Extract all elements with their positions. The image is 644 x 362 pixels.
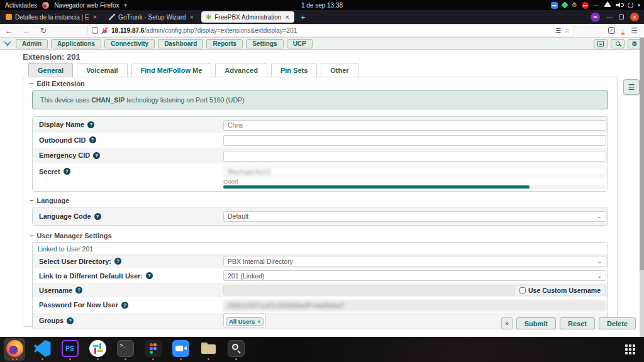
page-scrollbar[interactable] xyxy=(640,38,644,337)
section-language[interactable]: −Language xyxy=(30,197,617,204)
tab-close-icon[interactable]: × xyxy=(284,13,289,21)
display-name-input[interactable] xyxy=(223,120,606,131)
submit-button[interactable]: Submit xyxy=(516,317,556,329)
nav-dashboard[interactable]: Dashboard xyxy=(158,39,203,48)
tag-remove-icon[interactable]: × xyxy=(257,319,260,325)
app-indicator-icon[interactable] xyxy=(551,2,558,9)
system-menu-chevron-icon[interactable]: ▾ xyxy=(638,3,640,8)
tab-other[interactable]: Other xyxy=(321,63,358,77)
scrollbar-thumb[interactable] xyxy=(640,38,644,270)
status-indicator-icon[interactable] xyxy=(561,1,568,8)
tab-freepbx[interactable]: ✻ FreePBX Administration × xyxy=(201,11,294,23)
reset-button[interactable]: Reset xyxy=(560,317,595,329)
emergency-cid-input[interactable] xyxy=(223,151,606,162)
use-custom-username-checkbox[interactable] xyxy=(519,287,526,293)
help-icon[interactable]: ? xyxy=(89,136,96,143)
insecure-lock-icon[interactable] xyxy=(101,27,108,34)
downloads-icon[interactable]: ↓ xyxy=(621,27,625,35)
slack-icon xyxy=(89,340,106,357)
dock-item-figma[interactable] xyxy=(142,338,164,361)
collapse-icon[interactable]: − xyxy=(30,232,33,239)
tab-close-icon[interactable]: × xyxy=(189,13,194,21)
tab-pin-sets[interactable]: Pin Sets xyxy=(271,63,317,77)
bookmark-star-icon[interactable]: ☆ xyxy=(564,27,570,34)
tab-advanced[interactable]: Advanced xyxy=(215,63,267,77)
link-default-user-select[interactable]: 201 (Linked)⌄ xyxy=(223,270,606,281)
power-icon[interactable] xyxy=(628,3,633,8)
select-value: Default xyxy=(228,212,248,220)
show-applications-button[interactable] xyxy=(625,344,635,354)
section-user-manager[interactable]: −User Manager Settings xyxy=(30,232,617,239)
volume-icon[interactable] xyxy=(616,2,623,8)
collapse-icon[interactable]: − xyxy=(30,197,33,204)
user-directory-select[interactable]: PBX Internal Directory⌄ xyxy=(223,256,606,266)
freepbx-logo-icon[interactable] xyxy=(3,40,13,48)
wifi-icon[interactable] xyxy=(604,1,611,7)
help-icon[interactable]: ? xyxy=(87,121,94,128)
nav-settings[interactable]: Settings xyxy=(246,39,283,48)
nav-connectivity[interactable]: Connectivity xyxy=(104,39,155,48)
tab-aws-console[interactable]: Detalles de la instancia | E × xyxy=(1,11,102,23)
nav-reports[interactable]: Reports xyxy=(206,39,243,48)
help-icon[interactable]: ? xyxy=(67,317,74,324)
help-icon[interactable]: ? xyxy=(94,213,101,220)
url-bar[interactable]: 18.119.87.6/admin/config.php?display=ext… xyxy=(88,25,574,36)
dock-item-terminal[interactable]: >_ xyxy=(114,338,136,361)
activities-button[interactable]: Actividades xyxy=(5,2,37,9)
language-icon xyxy=(597,41,604,47)
groups-input[interactable]: All Users× xyxy=(223,313,266,327)
outbound-cid-input[interactable] xyxy=(223,135,606,146)
section-edit-extension[interactable]: −Edit Extension xyxy=(30,80,617,87)
help-icon[interactable]: ? xyxy=(121,302,128,309)
help-icon[interactable]: ? xyxy=(146,272,153,279)
collapse-icon[interactable]: − xyxy=(30,80,33,87)
help-icon[interactable]: ? xyxy=(75,287,82,293)
extension-badge-icon[interactable]: ∞ xyxy=(591,13,600,22)
forward-button[interactable]: → xyxy=(18,26,35,35)
new-user-password-input[interactable] xyxy=(223,300,606,311)
dock-item-screenshot[interactable] xyxy=(225,338,247,361)
language-button[interactable] xyxy=(594,39,608,48)
window-minimize-button[interactable]: — xyxy=(606,14,613,21)
settings-indicator-icon[interactable]: ⚙ xyxy=(572,2,577,8)
dock-item-photoshop[interactable]: PS xyxy=(59,338,80,361)
tray-overflow-icon[interactable]: ⋯ xyxy=(593,2,599,8)
tab-close-icon[interactable]: × xyxy=(92,13,97,21)
tab-voicemail[interactable]: Voicemail xyxy=(77,63,128,77)
menu-hamburger-icon[interactable]: ☰ xyxy=(631,26,638,35)
dock-item-slack[interactable] xyxy=(87,338,108,361)
tab-find-me-follow-me[interactable]: Find Me/Follow Me xyxy=(131,63,212,77)
permissions-check-icon[interactable]: ✓ xyxy=(608,27,615,34)
dock-item-vscode[interactable] xyxy=(31,338,53,361)
tab-general[interactable]: General xyxy=(28,63,73,77)
search-button[interactable] xyxy=(611,39,625,48)
group-tag-all-users[interactable]: All Users× xyxy=(226,317,264,326)
help-icon[interactable]: ? xyxy=(64,168,70,175)
browser-toolbar: ← → ↻ 18.119.87.6/admin/config.php?displ… xyxy=(0,24,644,38)
dock-item-zoom[interactable] xyxy=(170,338,191,361)
form-row-new-user-password: Password For New User? xyxy=(33,297,608,313)
window-close-button[interactable]: × xyxy=(630,13,639,21)
help-icon[interactable]: ? xyxy=(114,258,121,265)
app-menu[interactable]: Navegador web Firefox xyxy=(54,2,119,9)
reload-button[interactable]: ↻ xyxy=(35,26,52,35)
dock-item-files[interactable] xyxy=(197,338,219,361)
delete-button[interactable]: Delete xyxy=(599,317,636,329)
tab-gotrunk[interactable]: GoTrunk - Setup Wizard × xyxy=(104,11,199,23)
language-code-select[interactable]: Default⌄ xyxy=(223,211,606,222)
nav-admin[interactable]: Admin xyxy=(16,39,48,48)
nav-applications[interactable]: Applications xyxy=(51,39,101,48)
back-button[interactable]: ← xyxy=(0,26,18,35)
help-icon[interactable]: ? xyxy=(93,152,100,159)
new-tab-button[interactable]: + xyxy=(296,13,311,22)
dock-item-firefox[interactable] xyxy=(4,338,25,361)
more-actions-button[interactable]: » xyxy=(501,317,513,329)
nav-ucp[interactable]: UCP xyxy=(287,39,313,48)
extension-list-button[interactable]: ☰ xyxy=(623,79,640,95)
reader-mode-icon[interactable]: ☰ xyxy=(555,27,561,34)
window-maximize-button[interactable] xyxy=(619,14,624,19)
username-input[interactable] xyxy=(223,285,514,295)
tracking-shield-icon[interactable] xyxy=(92,27,98,34)
secret-input[interactable] xyxy=(223,166,606,177)
do-not-disturb-icon[interactable] xyxy=(582,2,589,9)
